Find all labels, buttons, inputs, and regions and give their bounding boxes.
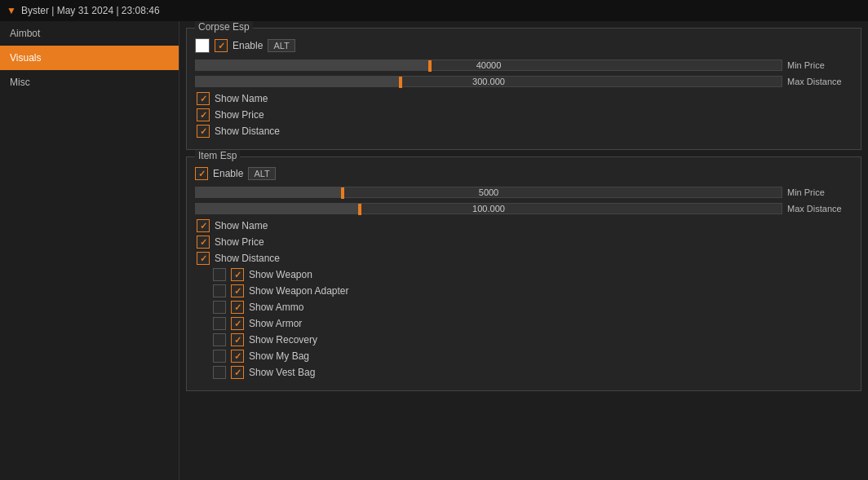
item-show-weapon-adapter-label: Show Weapon Adapter — [249, 285, 349, 297]
item-max-distance-slider[interactable]: 100.000 — [195, 203, 782, 214]
corpse-min-price-row: 40000 Min Price — [195, 59, 852, 71]
corpse-enable-row: Enable ALT — [195, 38, 852, 53]
sidebar-label-misc: Misc — [10, 77, 30, 88]
item-min-price-label: Min Price — [787, 187, 852, 197]
corpse-enable-label: Enable — [232, 40, 263, 51]
sidebar-label-visuals: Visuals — [10, 52, 41, 64]
item-show-weapon-label: Show Weapon — [249, 269, 312, 280]
item-min-price-value: 5000 — [479, 187, 498, 197]
item-show-ammo-outer-checkbox[interactable] — [213, 301, 226, 314]
item-show-weapon-adapter-outer-checkbox[interactable] — [213, 284, 226, 297]
item-show-price-row: Show Price — [195, 236, 852, 249]
corpse-show-distance-checkbox[interactable] — [197, 125, 210, 138]
item-show-vest-bag-inner-checkbox[interactable] — [231, 366, 244, 379]
corpse-color-picker[interactable] — [195, 38, 210, 53]
corpse-esp-panel: Corpse Esp Enable ALT 40000 Min Pr — [186, 28, 861, 150]
item-enable-checkbox[interactable] — [195, 167, 208, 180]
content-area: Corpse Esp Enable ALT 40000 Min Pr — [179, 21, 868, 480]
item-show-my-bag-row: Show My Bag — [195, 350, 852, 363]
corpse-show-distance-label: Show Distance — [215, 126, 280, 137]
sidebar-item-misc[interactable]: Misc — [0, 70, 179, 95]
item-min-price-slider[interactable]: 5000 — [195, 187, 782, 198]
corpse-max-distance-value: 300.000 — [472, 77, 505, 86]
item-show-distance-row: Show Distance — [195, 252, 852, 265]
title-arrow-icon: ▼ — [7, 5, 16, 16]
corpse-alt-button[interactable]: ALT — [268, 39, 294, 52]
corpse-show-price-checkbox[interactable] — [197, 108, 210, 121]
item-show-name-checkbox[interactable] — [197, 219, 210, 232]
sidebar-label-aimbot: Aimbot — [10, 28, 40, 39]
corpse-max-distance-row: 300.000 Max Distance — [195, 76, 852, 87]
item-show-ammo-label: Show Ammo — [249, 302, 303, 313]
item-show-vest-bag-label: Show Vest Bag — [249, 367, 315, 378]
sidebar-item-aimbot[interactable]: Aimbot — [0, 21, 179, 46]
item-show-ammo-inner-checkbox[interactable] — [231, 301, 244, 314]
item-show-my-bag-label: Show My Bag — [249, 350, 309, 362]
item-show-name-label: Show Name — [215, 220, 268, 231]
item-show-recovery-inner-checkbox[interactable] — [231, 333, 244, 346]
item-show-distance-label: Show Distance — [215, 253, 280, 264]
item-esp-content: Enable ALT 5000 Min Price — [187, 157, 861, 390]
item-show-recovery-row: Show Recovery — [195, 333, 852, 346]
item-max-distance-label: Max Distance — [787, 204, 852, 214]
item-max-distance-value: 100.000 — [472, 204, 505, 214]
corpse-show-name-checkbox[interactable] — [197, 92, 210, 105]
item-show-weapon-row: Show Weapon — [195, 268, 852, 281]
main-layout: Aimbot Visuals Misc Corpse Esp Enable AL… — [0, 21, 868, 480]
corpse-max-distance-label: Max Distance — [787, 77, 852, 86]
item-show-armor-row: Show Armor — [195, 317, 852, 330]
item-show-my-bag-inner-checkbox[interactable] — [231, 350, 244, 363]
corpse-show-name-label: Show Name — [215, 93, 268, 104]
item-min-price-row: 5000 Min Price — [195, 187, 852, 198]
corpse-show-distance-row: Show Distance — [195, 125, 852, 138]
item-enable-label: Enable — [213, 168, 243, 179]
item-show-weapon-adapter-row: Show Weapon Adapter — [195, 284, 852, 297]
sidebar: Aimbot Visuals Misc — [0, 21, 179, 480]
item-max-distance-row: 100.000 Max Distance — [195, 203, 852, 214]
item-show-weapon-outer-checkbox[interactable] — [213, 268, 226, 281]
corpse-esp-title: Corpse Esp — [195, 21, 253, 33]
item-show-distance-checkbox[interactable] — [197, 252, 210, 265]
item-show-armor-label: Show Armor — [249, 318, 302, 329]
item-show-vest-bag-row: Show Vest Bag — [195, 366, 852, 379]
corpse-enable-checkbox[interactable] — [215, 39, 228, 52]
item-show-armor-inner-checkbox[interactable] — [231, 317, 244, 330]
corpse-show-price-row: Show Price — [195, 108, 852, 121]
title-bar: ▼ Byster | May 31 2024 | 23:08:46 — [0, 0, 868, 21]
sidebar-item-visuals[interactable]: Visuals — [0, 46, 179, 70]
item-esp-panel: Item Esp Enable ALT 5000 Min Price — [186, 156, 861, 391]
item-show-armor-outer-checkbox[interactable] — [213, 317, 226, 330]
item-show-my-bag-outer-checkbox[interactable] — [213, 350, 226, 363]
item-show-name-row: Show Name — [195, 219, 852, 232]
item-show-recovery-label: Show Recovery — [249, 334, 317, 346]
item-alt-button[interactable]: ALT — [248, 167, 275, 180]
corpse-min-price-slider[interactable]: 40000 — [195, 59, 782, 71]
corpse-show-name-row: Show Name — [195, 92, 852, 105]
item-show-price-label: Show Price — [215, 236, 264, 248]
item-esp-title: Item Esp — [195, 150, 240, 161]
corpse-esp-content: Enable ALT 40000 Min Price — [187, 29, 861, 149]
corpse-show-price-label: Show Price — [215, 109, 264, 121]
title-text: Byster | May 31 2024 | 23:08:46 — [21, 5, 160, 16]
item-show-ammo-row: Show Ammo — [195, 301, 852, 314]
item-show-weapon-adapter-inner-checkbox[interactable] — [231, 284, 244, 297]
item-show-price-checkbox[interactable] — [197, 236, 210, 249]
corpse-min-price-value: 40000 — [476, 60, 502, 70]
corpse-max-distance-slider[interactable]: 300.000 — [195, 76, 782, 87]
item-show-recovery-outer-checkbox[interactable] — [213, 333, 226, 346]
item-enable-row: Enable ALT — [195, 167, 852, 180]
item-show-vest-bag-outer-checkbox[interactable] — [213, 366, 226, 379]
item-show-weapon-inner-checkbox[interactable] — [231, 268, 244, 281]
corpse-min-price-label: Min Price — [787, 60, 852, 70]
